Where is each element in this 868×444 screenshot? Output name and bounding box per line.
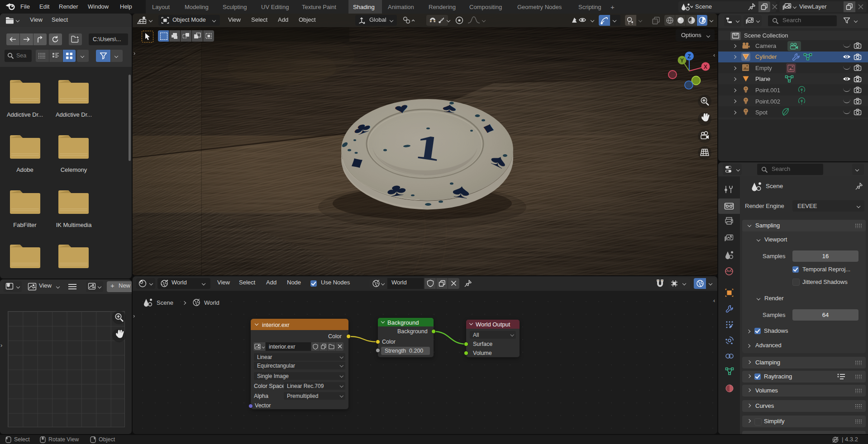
svg-text:Y: Y [680,57,684,64]
svg-text:X: X [704,64,707,70]
svg-text:Z: Z [687,53,691,60]
